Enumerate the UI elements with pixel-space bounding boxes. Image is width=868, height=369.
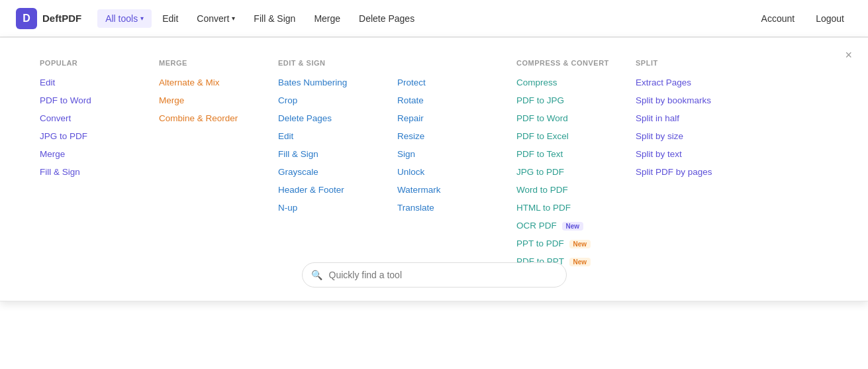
- merge-section-title: MERGE: [159, 59, 252, 67]
- compress-convert-title: COMPRESS & CONVERT: [516, 59, 609, 67]
- link-n-up[interactable]: N-up: [278, 203, 371, 213]
- link-split-by-pages[interactable]: Split PDF by pages: [636, 167, 728, 177]
- logo-icon: D: [16, 8, 37, 29]
- link-ocr-pdf[interactable]: OCR PDF New: [516, 221, 609, 231]
- all-tools-dropdown: × POPULAR Edit PDF to Word Convert JPG t…: [0, 37, 868, 301]
- link-sign[interactable]: Sign: [397, 149, 490, 159]
- chevron-down-icon: ▾: [232, 15, 235, 22]
- link-pdf-to-word[interactable]: PDF to Word: [40, 95, 132, 105]
- link-repair[interactable]: Repair: [397, 113, 490, 123]
- chevron-down-icon: ▾: [140, 15, 144, 22]
- link-edit[interactable]: Edit: [278, 131, 371, 141]
- link-fill-sign[interactable]: Fill & Sign: [278, 149, 371, 159]
- header-right: Account Logout: [753, 9, 852, 28]
- compress-convert-section: COMPRESS & CONVERT Compress PDF to JPG P…: [516, 59, 609, 274]
- link-edit[interactable]: Edit: [40, 78, 132, 87]
- link-split-in-half[interactable]: Split in half: [636, 113, 728, 123]
- link-split-by-bookmarks[interactable]: Split by bookmarks: [636, 95, 728, 105]
- link-split-by-size[interactable]: Split by size: [636, 131, 728, 141]
- main-nav: All tools ▾ Edit Convert ▾ Fill & Sign M…: [97, 9, 753, 28]
- link-jpg-to-pdf[interactable]: JPG to PDF: [516, 167, 609, 177]
- logout-link[interactable]: Logout: [808, 9, 852, 28]
- logo-text: DeftPDF: [42, 13, 81, 24]
- search-input[interactable]: [302, 262, 567, 288]
- link-watermark[interactable]: Watermark: [397, 185, 490, 195]
- nav-all-tools[interactable]: All tools ▾: [97, 9, 152, 28]
- link-html-to-pdf[interactable]: HTML to PDF: [516, 203, 609, 213]
- popular-section: POPULAR Edit PDF to Word Convert JPG to …: [40, 59, 132, 274]
- popular-section-title: POPULAR: [40, 59, 132, 67]
- link-split-by-text[interactable]: Split by text: [636, 149, 728, 159]
- link-pdf-to-excel[interactable]: PDF to Excel: [516, 131, 609, 141]
- link-merge[interactable]: Merge: [159, 95, 252, 105]
- link-grayscale[interactable]: Grayscale: [278, 167, 371, 177]
- new-badge-ppt-to-pdf: New: [569, 240, 591, 248]
- link-unlock[interactable]: Unlock: [397, 167, 490, 177]
- nav-convert[interactable]: Convert ▾: [189, 9, 243, 28]
- edit-sign-col2: Protect Rotate Repair Resize Sign Unlock…: [397, 78, 490, 221]
- link-alternate-mix[interactable]: Alternate & Mix: [159, 78, 252, 87]
- new-badge-ocr: New: [562, 222, 584, 231]
- search-container: 🔍: [302, 262, 567, 288]
- edit-sign-section: EDIT & SIGN Bates Numbering Crop Delete …: [278, 59, 490, 274]
- link-header-footer[interactable]: Header & Footer: [278, 185, 371, 195]
- link-extract-pages[interactable]: Extract Pages: [636, 78, 728, 87]
- link-bates-numbering[interactable]: Bates Numbering: [278, 78, 371, 87]
- nav-edit[interactable]: Edit: [154, 9, 186, 28]
- link-compress[interactable]: Compress: [516, 78, 609, 87]
- logo[interactable]: D DeftPDF: [16, 8, 81, 29]
- split-section-title: SPLIT: [636, 59, 728, 67]
- link-pdf-to-jpg[interactable]: PDF to JPG: [516, 95, 609, 105]
- link-resize[interactable]: Resize: [397, 131, 490, 141]
- account-link[interactable]: Account: [753, 9, 803, 28]
- nav-delete-pages[interactable]: Delete Pages: [351, 9, 422, 28]
- link-translate[interactable]: Translate: [397, 203, 490, 213]
- nav-merge[interactable]: Merge: [306, 9, 348, 28]
- link-combine-reorder[interactable]: Combine & Reorder: [159, 113, 252, 123]
- dropdown-columns: POPULAR Edit PDF to Word Convert JPG to …: [40, 59, 828, 274]
- link-rotate[interactable]: Rotate: [397, 95, 490, 105]
- link-jpg-to-pdf[interactable]: JPG to PDF: [40, 131, 132, 141]
- page-wrapper: D DeftPDF All tools ▾ Edit Convert ▾ Fil…: [0, 0, 868, 369]
- nav-fill-sign[interactable]: Fill & Sign: [246, 9, 303, 28]
- link-delete-pages[interactable]: Delete Pages: [278, 113, 371, 123]
- link-ppt-to-pdf[interactable]: PPT to PDF New: [516, 238, 609, 248]
- link-convert[interactable]: Convert: [40, 113, 132, 123]
- split-section: SPLIT Extract Pages Split by bookmarks S…: [636, 59, 728, 274]
- link-fill-sign[interactable]: Fill & Sign: [40, 167, 132, 177]
- link-crop[interactable]: Crop: [278, 95, 371, 105]
- merge-section: MERGE Alternate & Mix Merge Combine & Re…: [159, 59, 252, 274]
- new-badge-pdf-to-ppt: New: [569, 258, 591, 266]
- link-pdf-to-text[interactable]: PDF to Text: [516, 149, 609, 159]
- logo-letter: D: [23, 13, 30, 25]
- search-icon: 🔍: [311, 270, 322, 280]
- link-protect[interactable]: Protect: [397, 78, 490, 87]
- link-word-to-pdf[interactable]: Word to PDF: [516, 185, 609, 195]
- link-pdf-to-word[interactable]: PDF to Word: [516, 113, 609, 123]
- header: D DeftPDF All tools ▾ Edit Convert ▾ Fil…: [0, 0, 868, 37]
- close-button[interactable]: ×: [845, 48, 852, 62]
- edit-sign-section-title: EDIT & SIGN: [278, 59, 490, 67]
- link-merge[interactable]: Merge: [40, 149, 132, 159]
- edit-sign-col1: Bates Numbering Crop Delete Pages Edit F…: [278, 78, 371, 221]
